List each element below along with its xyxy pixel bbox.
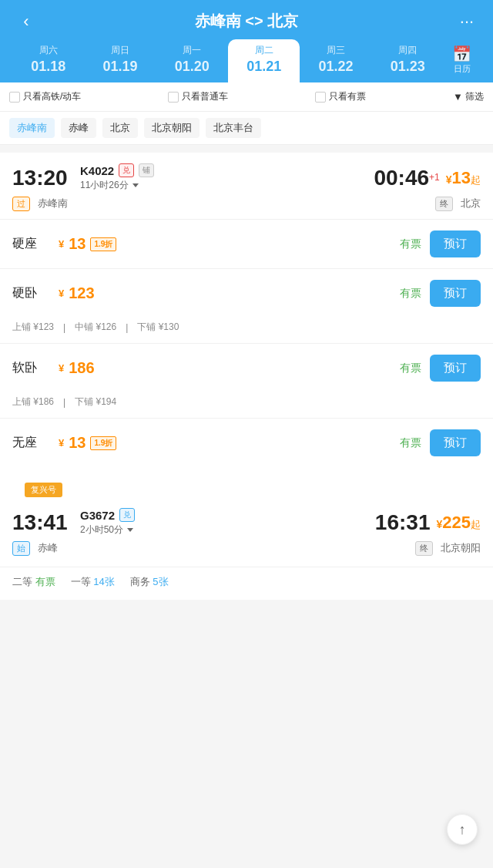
station-tab-1[interactable]: 赤峰 [61,118,96,138]
seat-price-softbed: ¥186 [59,359,391,377]
train1-number: K4022 [80,164,114,177]
weekday-3: 周二 [231,44,297,57]
page-title: 赤峰南 <> 北京 [40,11,453,32]
station-tab-3[interactable]: 北京朝阳 [144,118,200,138]
seat-type-hardbed: 硬卧 [12,285,59,301]
train1-price-prefix: ¥ [446,173,452,186]
price-prefix-hards: ¥ [59,238,64,250]
price-num-hards: 13 [69,235,86,253]
train1-middle: K4022 兑 铺 11小时26分 [80,163,367,192]
train1-via-tag: 过 [12,197,30,211]
discount-tag-hards: 1.9折 [90,237,116,251]
seat-row-noseat: 无座 ¥13 1.9折 有票 预订 [0,418,493,467]
train2-arrive-time: 16:31 [375,510,431,534]
calendar-button[interactable]: 📅 日历 [444,40,481,82]
train2-arrive: 16:31 [375,510,431,535]
seat-row-hardbed: 硬卧 ¥123 有票 预订 [0,268,493,318]
avail-noseat: 有票 [391,436,430,450]
chevron-down-icon[interactable] [132,183,139,187]
sub-down-soft: 下铺 ¥194 [75,395,116,409]
train2-seat-shw-count: 5张 [153,576,168,587]
station-tab-2[interactable]: 北京 [102,118,138,138]
price-prefix-noseat: ¥ [59,437,64,449]
train2-station-row: 始 赤峰 终 北京朝阳 [0,540,493,564]
avail-hardbed: 有票 [391,287,430,301]
chevron-down-icon-2[interactable] [127,528,133,532]
date-tab-3[interactable]: 周二 01.21 [228,39,300,82]
date-tab-5[interactable]: 周四 01.23 [372,39,444,82]
train2-number-row: G3672 兑 [80,508,369,522]
book-btn-hards[interactable]: 预订 [430,230,481,257]
date-tab-4[interactable]: 周三 01.22 [300,39,371,82]
station-tab-4[interactable]: 北京丰台 [206,118,261,138]
train1-header: 13:20 K4022 兑 铺 11小时26分 00:46+1 ¥13起 [0,153,493,195]
book-btn-hardbed[interactable]: 预订 [430,280,481,307]
filter-hg[interactable]: 只看高铁/动车 [9,90,81,103]
seat-type-hards: 硬座 [12,236,59,252]
date-tab-2[interactable]: 周一 01.20 [156,39,228,82]
date-tab-0[interactable]: 周六 01.18 [12,39,84,82]
sub-berth-softbed: 上铺 ¥186 | 下铺 ¥194 [0,392,493,418]
train1-tag-gray: 铺 [139,163,154,177]
sub-up-soft: 上铺 ¥186 [12,395,54,409]
train2-seat-yid-count: 14张 [93,576,114,587]
train2-duration-row: 2小时50分 [80,523,369,537]
train2-middle: G3672 兑 2小时50分 [80,508,369,537]
price-num-hardbed: 123 [69,284,94,302]
train1-duration: 11小时26分 [80,179,129,192]
book-btn-softbed[interactable]: 预订 [430,355,481,382]
date-tab-1[interactable]: 周日 01.19 [84,39,156,82]
sub-berth-hardbed: 上铺 ¥123 | 中铺 ¥126 | 下铺 ¥130 [0,318,493,343]
price-num-noseat: 13 [69,434,86,452]
train2-seat-erj: 二等 有票 [12,575,55,589]
train2-seat-yid: 一等 14张 [71,575,115,589]
filter-screen-button[interactable]: ▼ 筛选 [453,90,484,103]
filter-yp-checkbox[interactable] [315,92,326,103]
filter-pt-checkbox[interactable] [168,92,179,103]
book-btn-noseat[interactable]: 预订 [430,429,481,456]
sub-down: 下铺 ¥130 [137,321,179,334]
calendar-icon: 📅 [447,45,478,63]
weekday-5: 周四 [375,44,441,57]
seat-row-hards: 硬座 ¥13 1.9折 有票 预订 [0,219,493,268]
weekday-4: 周三 [303,44,368,57]
seat-type-softbed: 软卧 [12,360,59,376]
date-0: 01.18 [15,59,81,75]
train1-station-row: 过 赤峰南 终 北京 [0,195,493,219]
train2-end-tag: 终 [415,541,433,556]
train2-number: G3672 [80,509,115,522]
date-4: 01.22 [303,59,368,75]
date-2: 01.20 [159,59,225,75]
seat-price-hardbed: ¥123 [59,284,391,302]
train1-arrive-time: 00:46 [374,166,429,190]
avail-softbed: 有票 [391,362,430,375]
train1-price: ¥13起 [446,168,481,188]
weekday-1: 周日 [87,44,153,57]
train2-seat-shw-label: 商务 [130,576,150,587]
train2-price-num: 225 [442,513,471,532]
train1-via-station: 赤峰南 [38,197,68,211]
filter-pt[interactable]: 只看普通车 [168,90,228,103]
seat-price-noseat: ¥13 1.9折 [59,434,391,452]
train1-arrive-sup: +1 [429,171,440,182]
date-3: 01.21 [231,59,297,75]
train2-duration: 2小时50分 [80,523,123,537]
train1-number-row: K4022 兑 铺 [80,163,367,177]
more-button[interactable]: ··· [453,12,481,32]
train1-duration-row: 11小时26分 [80,179,367,192]
filter-bar: 只看高铁/动车 只看普通车 只看有票 ▼ 筛选 [0,82,493,112]
train-card-1: 13:20 K4022 兑 铺 11小时26分 00:46+1 ¥13起 过 赤… [0,153,493,467]
train2-end-station: 北京朝阳 [441,541,481,556]
station-tab-0[interactable]: 赤峰南 [9,118,55,138]
train2-header: 13:41 G3672 兑 2小时50分 16:31 ¥225起 [0,497,493,540]
station-tabs: 赤峰南 赤峰 北京 北京朝阳 北京丰台 [0,112,493,145]
sub-mid: 中铺 ¥126 [75,321,116,334]
price-num-softbed: 186 [69,359,94,377]
back-button[interactable]: ‹ [12,12,40,32]
filter-yp[interactable]: 只看有票 [315,90,366,103]
filter-hg-checkbox[interactable] [9,92,20,103]
train1-price-suffix: 起 [471,174,481,186]
price-prefix-hardbed: ¥ [59,288,64,299]
discount-tag-noseat: 1.9折 [90,436,116,450]
train1-arrive: 00:46+1 [374,166,439,190]
